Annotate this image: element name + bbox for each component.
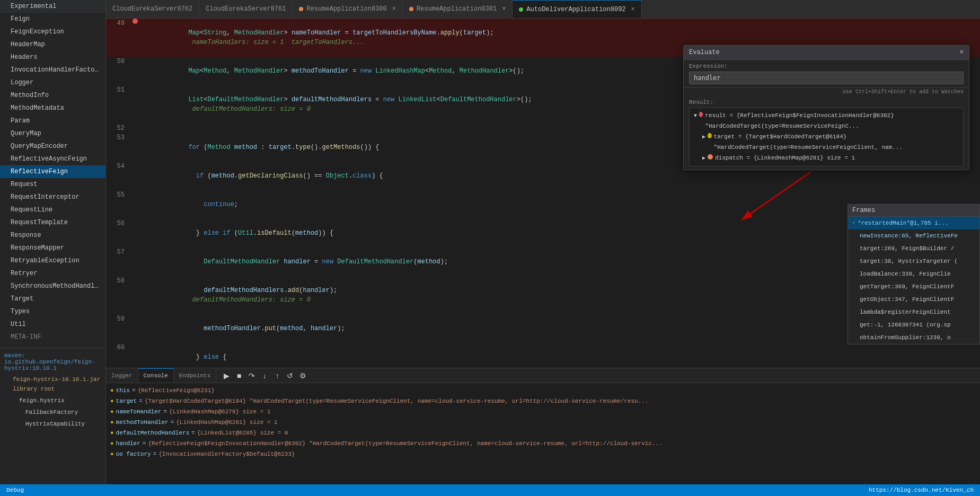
sidebar-item-requesttemplate[interactable]: RequestTemplate — [0, 216, 105, 229]
bottom-tab-endpoints[interactable]: Endpoints — [174, 368, 216, 383]
frame-item-target269[interactable]: target:269, Feign$Builder / — [848, 242, 979, 255]
status-bar-right: https://blog.csdn.net/Kiven_ch — [869, 487, 974, 493]
status-bar-left: Debug — [6, 487, 24, 493]
frame-name: target:38, HystrixTargeter ( — [852, 256, 958, 266]
bottom-tab-console[interactable]: Console — [138, 368, 174, 383]
frame-item-gettarget[interactable]: getTarget:369, FeignClientF — [848, 280, 979, 293]
frame-item-loadbalance[interactable]: loadBalance:338, FeignClie — [848, 268, 979, 280]
main-layout: Experimental Feign FeignException Header… — [0, 0, 980, 484]
expand-icon-dispatch[interactable]: ▶ — [702, 153, 705, 164]
sidebar-item-experimental[interactable]: Experimental — [0, 0, 105, 13]
debug-var-defaultmethodhandlers: ● defaultMethodHandlers = {LinkedList@62… — [110, 428, 976, 438]
sidebar-item-requestline[interactable]: RequestLine — [0, 203, 105, 216]
debug-reload-btn[interactable]: ↺ — [284, 370, 296, 382]
debug-var-target: ● target = {Target$HardCodedTarget@6184}… — [110, 396, 976, 406]
close-icon[interactable]: × — [631, 6, 635, 13]
debug-resume-btn[interactable]: ▶ — [220, 370, 232, 382]
sidebar-item-feign[interactable]: Feign — [0, 13, 105, 25]
debug-stop-btn[interactable]: ■ — [233, 370, 245, 382]
maven-fallbackfactory[interactable]: FallbackFactory — [0, 406, 105, 418]
close-icon[interactable]: × — [960, 49, 964, 56]
sidebar-item-reflectiveasyncfeign[interactable]: ReflectiveAsyncFeign — [0, 153, 105, 165]
maven-hystrixcapability[interactable]: HystrixCapability — [0, 418, 105, 430]
evaluate-input[interactable] — [689, 72, 964, 84]
sidebar-item-retryer[interactable]: Retryer — [0, 267, 105, 280]
tab-label: CloudEurekaServer8762 — [112, 5, 192, 13]
debug-stepout-btn[interactable]: ↑ — [271, 370, 283, 382]
code-editor[interactable]: 49 Map<String, MethodHandler> nameToHand… — [106, 19, 980, 368]
maven-feign-hystrix[interactable]: feign.hystrix — [0, 395, 105, 406]
frame-name: target:269, Feign$Builder / — [852, 244, 954, 253]
result-row-dispatch: ▶ dispatch = {LinkedHashMap@6281} size =… — [694, 153, 959, 164]
frame-item-target38[interactable]: target:38, HystrixTargeter ( — [848, 255, 979, 268]
tab-dot-orange2 — [409, 7, 413, 11]
sidebar-item-reflectivefeign[interactable]: ReflectiveFeign — [0, 165, 105, 178]
maven-jar-item[interactable]: feign-hystrix-10.10.1.jar library root — [0, 374, 105, 395]
sidebar-item-headers[interactable]: Headers — [0, 51, 105, 64]
sidebar-item-invocationhandlerfactory[interactable]: InvocationHandlerFactory — [0, 64, 105, 76]
debug-var-methodtohandler: ● methodToHandler = {LinkedHashMap@6281}… — [110, 417, 976, 428]
frames-header: Frames — [848, 205, 979, 217]
tab-autodeliver8092[interactable]: AutoDeliverApplication8092 × — [513, 0, 641, 18]
sidebar-item-headermap[interactable]: HeaderMap — [0, 38, 105, 51]
debug-stepinto-btn[interactable]: ↓ — [259, 370, 270, 382]
status-debug: Debug — [6, 487, 24, 493]
expand-icon[interactable]: ▼ — [694, 111, 697, 121]
sidebar: Experimental Feign FeignException Header… — [0, 0, 106, 484]
tab-label: CloudEurekaServer8761 — [206, 5, 286, 13]
evaluate-header: Evaluate × — [684, 46, 969, 60]
check-icon: ✓ — [852, 218, 855, 228]
frame-name: *restartedMain*@1,785 i... — [858, 218, 949, 228]
result-content: ▼ result = {ReflectiveFeign$FeignInvocat… — [689, 108, 964, 166]
result-icon-red — [699, 112, 703, 117]
sidebar-item-synchronousmethodhandler[interactable]: SynchronousMethodHandler — [0, 280, 105, 293]
sidebar-item-metainf[interactable]: META-INF — [0, 331, 105, 343]
frame-name: getTarget:369, FeignClientF — [852, 282, 954, 291]
frame-item-lambda[interactable]: lambda$registerFeignClient — [848, 306, 979, 318]
sidebar-item-util[interactable]: Util — [0, 318, 105, 331]
frame-item-obtain[interactable]: obtainFromSupplier:1230, o — [848, 331, 979, 344]
sidebar-item-types[interactable]: Types — [0, 305, 105, 318]
frames-panel: Frames ✓ *restartedMain*@1,785 i... newI… — [847, 204, 980, 344]
sidebar-item-querymapencoder[interactable]: QueryMapEncoder — [0, 140, 105, 153]
debug-stepover-btn[interactable]: ↷ — [246, 370, 258, 382]
tab-cloudeureka8762[interactable]: CloudEurekaServer8762 — [106, 0, 199, 18]
sidebar-item-logger[interactable]: Logger — [0, 76, 105, 89]
frame-item-get[interactable]: get:-1, 1268307341 (org.sp — [848, 318, 979, 331]
evaluate-expression-section: Expression: — [684, 60, 969, 88]
close-icon[interactable]: × — [502, 5, 506, 13]
frame-name: obtainFromSupplier:1230, o — [852, 333, 951, 342]
frame-name: loadBalance:338, FeignClie — [852, 269, 951, 279]
tab-dot-green — [519, 7, 523, 12]
debug-var-factory: ● oo factory = {InvocationHandlerFactory… — [110, 449, 976, 459]
tab-resumeapp8381[interactable]: ResumeApplication8381 × — [403, 0, 513, 18]
sidebar-item-target[interactable]: Target — [0, 293, 105, 305]
sidebar-item-querymap[interactable]: QueryMap — [0, 127, 105, 140]
bottom-tab-logger[interactable]: logger — [106, 368, 138, 383]
close-icon[interactable]: × — [392, 5, 396, 13]
tab-cloudeureka8761[interactable]: CloudEurekaServer8761 — [199, 0, 293, 18]
expression-label: Expression: — [689, 63, 964, 69]
sidebar-item-methodinfo[interactable]: MethodInfo — [0, 89, 105, 102]
result-dispatch-text: dispatch = {LinkedHashMap@6281} size = 1 — [715, 153, 855, 163]
tabs-bar: CloudEurekaServer8762 CloudEurekaServer8… — [106, 0, 980, 19]
debug-settings-btn[interactable]: ⚙ — [297, 370, 308, 382]
tab-label: ResumeApplication8380 — [306, 5, 386, 13]
frame-name: newInstance:65, ReflectiveFe — [852, 231, 958, 241]
frame-item-getobject[interactable]: getObject:347, FeignClientF — [848, 293, 979, 306]
sidebar-item-feignexception[interactable]: FeignException — [0, 25, 105, 38]
result-row-target: ▶ target = {Target$HardCodedTarget@6184}… — [694, 131, 959, 153]
sidebar-item-param[interactable]: Param — [0, 114, 105, 127]
sidebar-item-methodmetadata[interactable]: MethodMetadata — [0, 102, 105, 114]
frame-item-newinstance[interactable]: newInstance:65, ReflectiveFe — [848, 229, 979, 242]
sidebar-item-response[interactable]: Response — [0, 229, 105, 242]
sidebar-item-responsemapper[interactable]: ResponseMapper — [0, 242, 105, 254]
sidebar-item-retryableexception[interactable]: RetryableException — [0, 254, 105, 267]
code-line-60: 60 } else { — [106, 343, 980, 368]
expand-icon-target[interactable]: ▶ — [702, 132, 705, 143]
sidebar-item-requestinterceptor[interactable]: RequestInterceptor — [0, 191, 105, 203]
sidebar-item-request[interactable]: Request — [0, 178, 105, 191]
frame-item-current[interactable]: ✓ *restartedMain*@1,785 i... — [848, 217, 979, 229]
tab-resumeapp8380[interactable]: ResumeApplication8380 × — [293, 0, 402, 18]
result-target-text: target = {Target$HardCodedTarget@6184} "… — [714, 131, 959, 153]
